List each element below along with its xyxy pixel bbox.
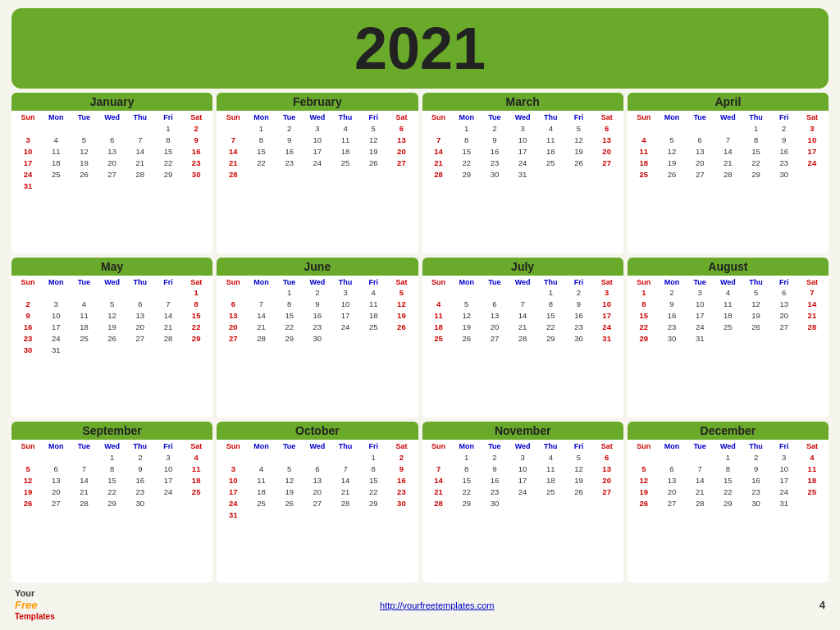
- dow-cell: Mon: [453, 441, 481, 451]
- month-inner: SunMonTueWedThuFriSat1234567891011121314…: [422, 440, 623, 582]
- day-cell: 11: [798, 463, 826, 474]
- day-cell: 2: [182, 122, 210, 134]
- day-cell: 18: [630, 157, 658, 168]
- day-cell: [509, 287, 536, 299]
- dow-cell: Wed: [509, 277, 536, 287]
- day-cell: 27: [593, 486, 621, 497]
- day-cell: [387, 333, 415, 345]
- day-cell: 7: [798, 287, 826, 299]
- days-grid: 1234567891011121314151617181920212223242…: [14, 122, 210, 191]
- day-cell: [658, 451, 686, 463]
- day-cell: 3: [304, 122, 331, 134]
- days-grid: 1234567891011121314151617181920212223242…: [219, 122, 415, 182]
- days-grid: 1234567891011121314151617181920212223242…: [425, 287, 621, 347]
- day-cell: 13: [126, 310, 154, 322]
- day-cell: 6: [304, 463, 331, 474]
- dow-cell: Sat: [387, 112, 415, 122]
- day-cell: 9: [481, 134, 509, 145]
- dow-cell: Sat: [798, 277, 826, 287]
- day-cell: 14: [126, 145, 154, 157]
- day-cell: 4: [714, 287, 742, 299]
- day-cell: 9: [182, 134, 210, 145]
- dow-cell: Tue: [686, 277, 714, 287]
- day-cell: [359, 509, 387, 520]
- day-cell: [126, 287, 154, 299]
- month-name: July: [422, 258, 623, 276]
- dow-cell: Sun: [425, 441, 453, 451]
- day-cell: [564, 509, 592, 511]
- day-cell: 15: [630, 310, 658, 322]
- day-cell: 5: [564, 122, 592, 134]
- day-cell: 4: [798, 451, 826, 463]
- day-cell: 7: [509, 299, 536, 310]
- day-cell: 3: [686, 287, 714, 299]
- day-cell: 18: [714, 310, 742, 322]
- day-cell: 5: [658, 134, 686, 145]
- dow-cell: Sat: [798, 441, 826, 451]
- day-cell: 31: [509, 168, 536, 180]
- day-cell: 16: [387, 474, 415, 486]
- day-cell: [593, 497, 621, 509]
- day-cell: 16: [770, 145, 798, 157]
- day-cell: 6: [593, 122, 621, 134]
- day-cell: 26: [453, 333, 481, 345]
- day-cell: 8: [182, 299, 210, 310]
- day-cell: 3: [798, 122, 826, 134]
- day-cell: 4: [630, 134, 658, 145]
- month-inner: SunMonTueWedThuFriSat1234567891011121314…: [11, 111, 212, 253]
- day-cell: 20: [686, 157, 714, 168]
- day-cell: 26: [564, 157, 592, 168]
- day-cell: 5: [359, 122, 387, 134]
- day-cell: 28: [126, 168, 154, 180]
- month-name: May: [11, 258, 212, 276]
- day-cell: [798, 345, 826, 347]
- day-cell: 31: [770, 497, 798, 509]
- day-cell: [70, 180, 98, 191]
- day-cell: 21: [425, 157, 453, 168]
- month-inner: SunMonTueWedThuFriSat1234567891011121314…: [217, 276, 418, 418]
- dow-cell: Wed: [714, 441, 742, 451]
- day-cell: [247, 345, 275, 347]
- day-cell: 6: [770, 287, 798, 299]
- day-cell: [154, 509, 182, 511]
- day-cell: [182, 180, 210, 191]
- day-cell: [798, 333, 826, 345]
- day-cell: [593, 345, 621, 347]
- day-cell: 17: [304, 145, 331, 157]
- dow-cell: Sat: [387, 441, 415, 451]
- dow-cell: Tue: [481, 112, 509, 122]
- day-cell: 21: [331, 486, 359, 497]
- day-cell: 26: [98, 333, 126, 345]
- day-cell: 16: [481, 474, 509, 486]
- day-cell: 23: [14, 333, 42, 345]
- day-cell: 22: [453, 486, 481, 497]
- month-name: April: [628, 93, 829, 111]
- day-cell: [509, 509, 536, 511]
- day-cell: 27: [770, 322, 798, 333]
- dow-cell: Thu: [742, 277, 769, 287]
- day-cell: [182, 509, 210, 511]
- day-cell: 7: [686, 463, 714, 474]
- day-cell: [536, 180, 564, 182]
- day-cell: 18: [331, 145, 359, 157]
- month-inner: SunMonTueWedThuFriSat1234567891011121314…: [217, 440, 418, 582]
- day-cell: 15: [536, 310, 564, 322]
- day-cell: 21: [219, 157, 247, 168]
- day-cell: 14: [425, 145, 453, 157]
- day-cell: [658, 122, 686, 134]
- day-cell: [630, 451, 658, 463]
- day-cell: [98, 122, 126, 134]
- day-cell: [70, 451, 98, 463]
- dow-cell: Wed: [98, 441, 126, 451]
- day-cell: 26: [630, 497, 658, 509]
- day-cell: 13: [42, 474, 70, 486]
- day-cell: 1: [182, 287, 210, 299]
- day-cell: [276, 345, 304, 347]
- day-cell: 29: [154, 168, 182, 180]
- day-cell: 16: [742, 474, 769, 486]
- day-cell: 26: [658, 168, 686, 180]
- footer-url[interactable]: http://yourfreetemplates.com: [380, 600, 494, 610]
- dow-cell: Thu: [742, 112, 769, 122]
- day-cell: 29: [630, 333, 658, 345]
- day-cell: 24: [219, 497, 247, 509]
